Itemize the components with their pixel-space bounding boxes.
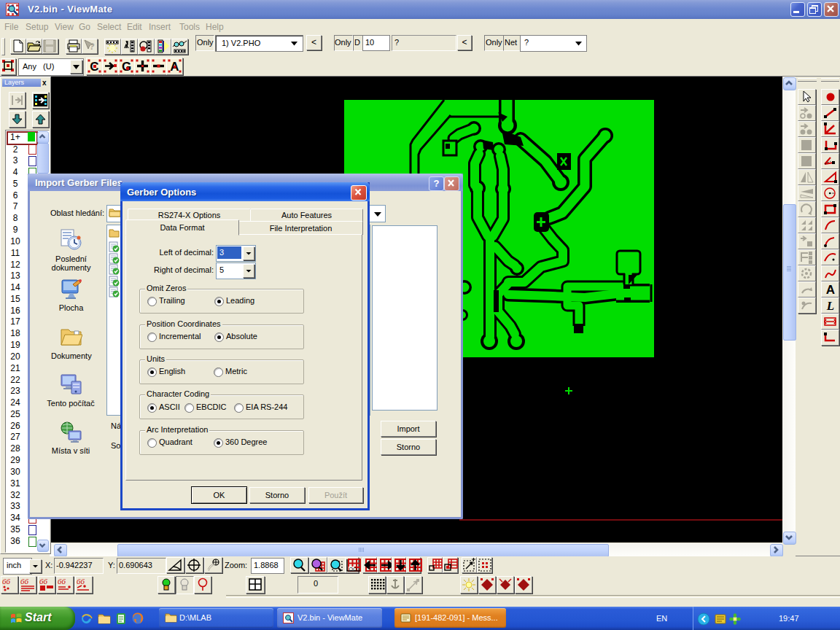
svg-text:66: 66 [20,577,29,586]
svg-text:L: L [826,299,834,313]
svg-text:A: A [826,283,835,297]
svg-text:66: 66 [77,577,85,586]
svg-text:66: 66 [58,577,66,586]
svg-text:66: 66 [39,577,48,586]
svg-text:?: ? [89,41,95,52]
svg-text:66: 66 [2,577,11,586]
svg-text:G: G [122,60,131,74]
